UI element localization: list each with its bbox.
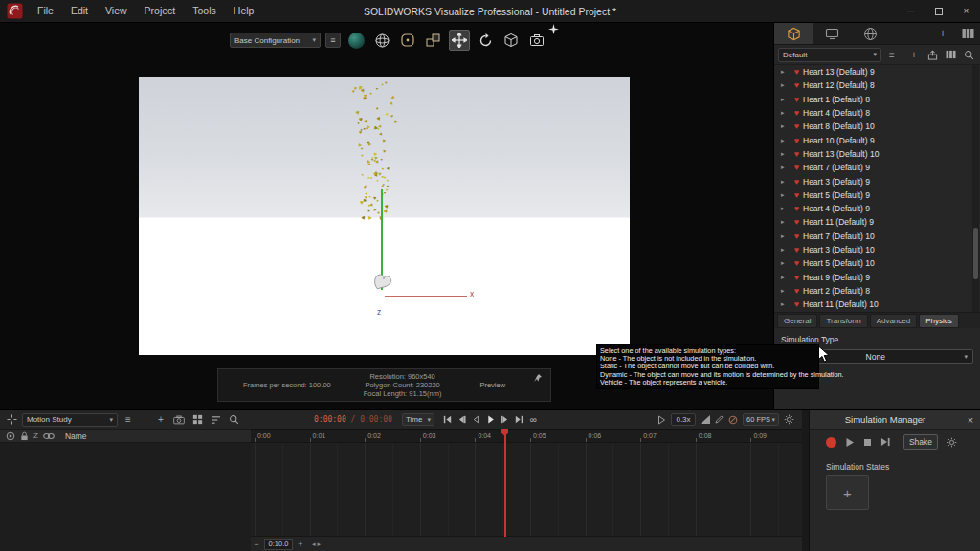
panel-divider[interactable] [802, 410, 809, 551]
add-simulation-state-button[interactable]: + [826, 475, 869, 510]
expand-arrow-icon[interactable]: ▸ [781, 274, 791, 281]
loop-button[interactable]: ∞ [526, 412, 541, 427]
playback-speed-input[interactable]: 0.3x [671, 413, 696, 426]
tree-item[interactable]: ▸♥Heart 7 (Default) 9 [774, 161, 980, 174]
expand-arrow-icon[interactable]: ▸ [781, 68, 791, 76]
tree-item[interactable]: ▸♥Heart 13 (Default) 10 [774, 147, 980, 161]
step-back-button[interactable] [455, 412, 469, 427]
menu-view[interactable]: View [97, 0, 136, 22]
scale-box-button[interactable] [501, 30, 522, 51]
expand-arrow-icon[interactable]: ▸ [781, 164, 791, 171]
tree-item[interactable]: ▸♥Heart 5 (Default) 10 [774, 256, 980, 270]
zoom-in-button[interactable]: + [296, 540, 305, 549]
tree-item[interactable]: ▸♥Heart 3 (Default) 10 [774, 243, 980, 256]
add-model-button[interactable]: + [906, 47, 922, 62]
step-forward-button[interactable] [498, 412, 512, 427]
wireframe-sphere-button[interactable] [371, 30, 392, 51]
add-track-button[interactable]: + [153, 412, 168, 428]
shake-button[interactable]: Shake [903, 434, 938, 450]
render-tool-button[interactable] [526, 30, 547, 51]
disable-keys-icon[interactable] [728, 415, 738, 425]
expand-arrow-icon[interactable]: ▸ [781, 150, 791, 158]
tab-models[interactable] [774, 23, 813, 44]
fps-select[interactable]: 60 FPS ▾ [743, 413, 779, 426]
expand-arrow-icon[interactable]: ▸ [781, 81, 791, 89]
menu-help[interactable]: Help [225, 0, 263, 22]
play-back-button[interactable] [469, 412, 483, 427]
sort-filter-icon[interactable] [208, 412, 223, 428]
collection-menu-icon[interactable]: ≡ [884, 47, 900, 62]
link-icon[interactable] [43, 432, 55, 440]
sim-stop-button[interactable] [863, 438, 872, 447]
timeline-ruler[interactable]: 0:000:010:020:030:040:050:060:070:080:09 [251, 429, 802, 442]
tree-item[interactable]: ▸♥Heart 8 (Default) 10 [774, 120, 980, 133]
visibility-icon[interactable] [6, 431, 15, 441]
duration-input[interactable]: 0:10.0 [264, 539, 293, 550]
expand-arrow-icon[interactable]: ▸ [781, 122, 791, 130]
tree-item[interactable]: ▸♥Heart 1 (Default) 8 [774, 93, 980, 106]
export-icon[interactable] [924, 47, 940, 62]
add-palette-tab-button[interactable]: + [930, 23, 955, 44]
select-crosshair-icon[interactable] [4, 412, 19, 428]
tree-item[interactable]: ▸♥Heart 12 (Default) 8 [774, 78, 980, 92]
configuration-select[interactable]: Base Configuration ▾ [230, 33, 321, 48]
scroll-arrows[interactable]: ◂▸ [312, 540, 323, 548]
time-mode-select[interactable]: Time ▾ [402, 413, 434, 426]
expand-arrow-icon[interactable]: ▸ [781, 109, 791, 117]
tree-item[interactable]: ▸♥Heart 3 (Default) 9 [774, 174, 980, 187]
timeline-body[interactable] [251, 442, 802, 536]
expand-arrow-icon[interactable]: ▸ [781, 137, 791, 144]
panel-layout-icon[interactable] [955, 23, 980, 44]
close-icon[interactable]: × [961, 414, 980, 426]
close-button[interactable]: × [952, 0, 980, 23]
sim-play-button[interactable] [845, 437, 855, 448]
tree-item[interactable]: ▸♥Heart 5 (Default) 9 [774, 188, 980, 202]
menu-file[interactable]: File [29, 0, 62, 22]
search-icon[interactable] [961, 47, 976, 62]
zoom-out-button[interactable]: − [252, 540, 261, 549]
scrollbar-thumb[interactable] [973, 228, 978, 279]
tab-cameras[interactable] [813, 23, 851, 44]
sim-skip-end-button[interactable] [880, 437, 891, 447]
lock-icon[interactable] [20, 431, 29, 441]
expand-arrow-icon[interactable]: ▸ [781, 96, 791, 103]
expand-arrow-icon[interactable]: ▸ [781, 191, 791, 199]
expand-arrow-icon[interactable]: ▸ [781, 218, 791, 226]
skip-end-button[interactable] [512, 412, 526, 427]
rotate-tool-button[interactable] [475, 30, 496, 51]
pin-icon[interactable] [533, 373, 543, 383]
playhead[interactable] [504, 429, 506, 537]
skip-start-button[interactable] [440, 412, 455, 427]
tree-item[interactable]: ▸♥Heart 4 (Default) 9 [774, 202, 980, 215]
tab-environments[interactable] [851, 23, 889, 44]
tree-item[interactable]: ▸♥Heart 11 (Default) 10 [774, 298, 980, 311]
menu-tools[interactable]: Tools [184, 0, 225, 22]
expand-arrow-icon[interactable]: ▸ [781, 232, 791, 240]
keyframe-pencil-icon[interactable] [715, 415, 724, 424]
model-object[interactable] [369, 273, 392, 292]
tab-physics[interactable]: Physics [919, 314, 959, 328]
tree-item[interactable]: ▸♥Heart 4 (Default) 8 [774, 106, 980, 120]
grid-view-icon[interactable] [189, 412, 205, 428]
collection-select[interactable]: Default ▾ [778, 48, 881, 62]
tab-transform[interactable]: Transform [819, 314, 867, 328]
expand-arrow-icon[interactable]: ▸ [781, 287, 791, 295]
tree-item[interactable]: ▸♥Heart 10 (Default) 9 [774, 133, 980, 146]
flag-icon[interactable] [657, 415, 666, 425]
minimize-button[interactable]: ─ [897, 0, 924, 23]
render-mode-sphere-button[interactable] [345, 30, 367, 51]
motion-study-menu-icon[interactable]: ≡ [121, 412, 136, 428]
motion-study-select[interactable]: Motion Study ▾ [22, 413, 118, 427]
simulation-settings-icon[interactable] [947, 437, 957, 448]
tree-scrollbar[interactable] [972, 65, 979, 312]
search-icon[interactable] [226, 412, 241, 428]
camera-icon[interactable] [171, 412, 187, 428]
menu-project[interactable]: Project [136, 0, 185, 22]
tab-general[interactable]: General [777, 314, 817, 328]
model-stack-button[interactable] [423, 30, 444, 51]
play-button[interactable] [483, 412, 498, 427]
tab-advanced[interactable]: Advanced [870, 314, 918, 328]
appearance-cushion-button[interactable] [397, 30, 418, 51]
expand-arrow-icon[interactable]: ▸ [781, 259, 791, 267]
record-button[interactable] [826, 437, 836, 448]
